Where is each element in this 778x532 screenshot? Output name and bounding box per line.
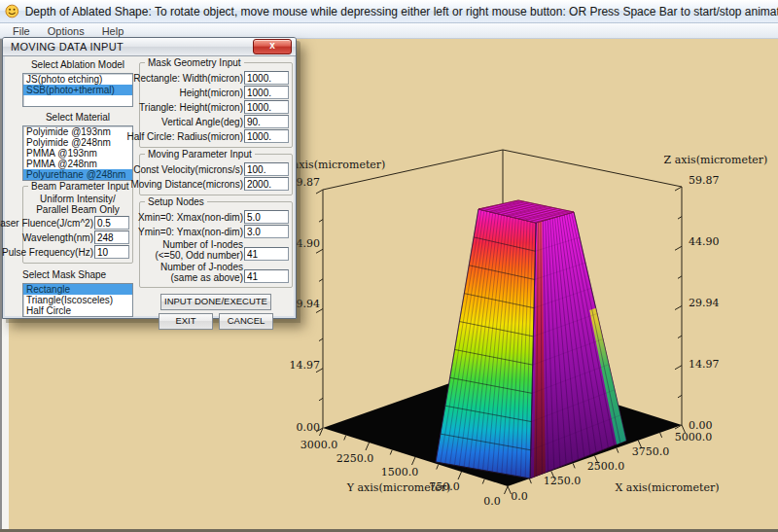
rect-height-field[interactable]	[244, 86, 289, 99]
x-tick-label: 5000.0	[675, 431, 713, 443]
rect-height-label: Height(micron)	[179, 88, 243, 98]
list-item[interactable]: Half Circle	[23, 305, 132, 316]
laser-fluence-field[interactable]	[94, 216, 129, 230]
triangle-height-field[interactable]	[244, 100, 289, 114]
y-tick-label: 3000.0	[301, 439, 338, 451]
xmax-label: Xmin=0: Xmax(non-dim)	[138, 212, 243, 223]
dialog-left-column: Select Ablation Model JS(photo etching) …	[22, 59, 133, 322]
list-item[interactable]: JS(photo etching)	[23, 74, 132, 85]
half-circle-radius-label: Half Circle: Radius(micron)	[127, 131, 243, 142]
moving-data-input-dialog: MOVING DATA INPUT x Select Ablation Mode…	[2, 37, 297, 319]
y-tick-label: 0.0	[483, 495, 501, 508]
xmax-field[interactable]	[244, 210, 289, 224]
const-velocity-field[interactable]	[244, 162, 289, 176]
half-circle-radius-field[interactable]	[244, 129, 289, 143]
wavelength-field[interactable]	[94, 231, 129, 244]
vertical-angle-field[interactable]	[244, 115, 289, 128]
z-axis-title-right: Z axis(micrometer)	[664, 154, 768, 166]
moving-distance-field[interactable]	[244, 177, 289, 191]
y-tick-label: 2250.0	[336, 452, 374, 465]
triangle-height-label: Triangle: Height(micron)	[139, 102, 243, 113]
list-item[interactable]: Polyimide @248nm	[23, 137, 132, 148]
list-item-empty	[23, 95, 132, 106]
beam-parameter-group-title: Beam Parameter Input	[28, 181, 132, 192]
list-item-selected[interactable]: Polyurethane @248nm	[23, 169, 132, 180]
dialog-right-column: Mask Geometry Input Rectangle: Width(mic…	[139, 58, 293, 330]
laser-fluence-label: Laser Fluence(J/cm^2)	[0, 218, 93, 229]
beam-parameter-group: Beam Parameter Input Uniform Intensity/ …	[22, 186, 133, 264]
j-nodes-field[interactable]	[244, 269, 289, 283]
j-nodes-label: Number of J-nodes (same as above)	[160, 262, 243, 283]
z-tick-label: 44.90	[689, 235, 720, 248]
y-tick-label: 1500.0	[381, 466, 419, 479]
z-axis-title-left: Z axis(micrometer)	[282, 159, 386, 171]
z-tick-label: 14.97	[290, 359, 321, 372]
mask-geometry-group: Mask Geometry Input Rectangle: Width(mic…	[139, 62, 293, 148]
exit-button[interactable]: EXIT	[159, 313, 213, 330]
wavelength-label: Wavelength(nm)	[22, 232, 93, 243]
i-nodes-field[interactable]	[244, 247, 289, 261]
list-item-selected[interactable]: Rectangle	[23, 284, 132, 295]
x-tick-label: 0.0	[511, 490, 528, 503]
dialog-title-bar[interactable]: MOVING DATA INPUT x	[3, 38, 296, 56]
moving-parameter-group: Moving Parameter Input Const Velocity(mi…	[139, 154, 293, 195]
x-tick-label: 3750.0	[632, 445, 670, 458]
list-item[interactable]: Triangle(Iscosceles)	[23, 295, 132, 305]
z-tick-label: 0.00	[297, 421, 321, 434]
list-item[interactable]: PMMA @248nm	[23, 159, 132, 169]
mask-geometry-group-title: Mask Geometry Input	[145, 57, 244, 68]
mask-shape-label: Select Mask Shape	[22, 269, 133, 281]
setup-nodes-group: Setup Nodes Xmin=0: Xmax(non-dim) Ymin=0…	[139, 201, 293, 288]
list-item-selected[interactable]: SSB(photo+thermal)	[23, 85, 132, 95]
vertical-angle-label: Vertical Angle(deg)	[161, 117, 243, 127]
x-tick-label: 1250.0	[544, 475, 582, 487]
close-icon[interactable]: x	[253, 39, 292, 54]
mask-shape-list: Rectangle Triangle(Iscosceles) Half Circ…	[22, 283, 133, 317]
moving-parameter-group-title: Moving Parameter Input	[145, 149, 255, 160]
x-tick-label: 2500.0	[587, 460, 625, 473]
beam-note-line2: Parallel Beam Only	[26, 204, 129, 215]
y-tick-label: 750.0	[429, 480, 460, 493]
pulse-frequency-label: Pulse Frequency(Hz)	[2, 247, 93, 258]
beam-note-line1: Uniform Intensity/	[26, 194, 129, 204]
ablation-model-label: Select Ablation Model	[22, 59, 133, 71]
x-axis-title: X axis(micrometer)	[616, 481, 720, 494]
dialog-title: MOVING DATA INPUT	[11, 41, 253, 53]
ablation-model-list: JS(photo etching) SSB(photo+thermal)	[22, 73, 133, 107]
z-tick-label: 59.87	[689, 174, 720, 187]
setup-nodes-group-title: Setup Nodes	[145, 196, 207, 207]
material-list: Polyimide @193nm Polyimide @248nm PMMA @…	[22, 125, 133, 181]
i-nodes-label: Number of I-nodes (<=50, Odd number)	[155, 239, 243, 261]
const-velocity-label: Const Velocity(microns/s)	[133, 164, 243, 175]
cancel-button[interactable]: CANCEL	[219, 313, 273, 330]
z-tick-label: 29.94	[689, 297, 720, 309]
z-tick-label: 14.97	[689, 358, 720, 371]
rect-width-label: Rectangle: Width(micron)	[133, 73, 243, 84]
moving-distance-label: Moving Distance(microns)	[130, 179, 243, 190]
list-item[interactable]: Polyimide @193nm	[23, 126, 132, 137]
ymax-label: Ymin=0: Ymax(non-dim)	[138, 227, 243, 237]
input-done-execute-button[interactable]: INPUT DONE/EXECUTE	[160, 294, 271, 310]
rect-width-field[interactable]	[244, 71, 289, 85]
pulse-frequency-field[interactable]	[94, 245, 129, 259]
material-label: Select Material	[22, 112, 133, 124]
page: { "window": { "title": "Depth of Ablated…	[0, 0, 778, 532]
ymax-field[interactable]	[244, 225, 289, 238]
list-item[interactable]: PMMA @193nm	[23, 148, 132, 159]
